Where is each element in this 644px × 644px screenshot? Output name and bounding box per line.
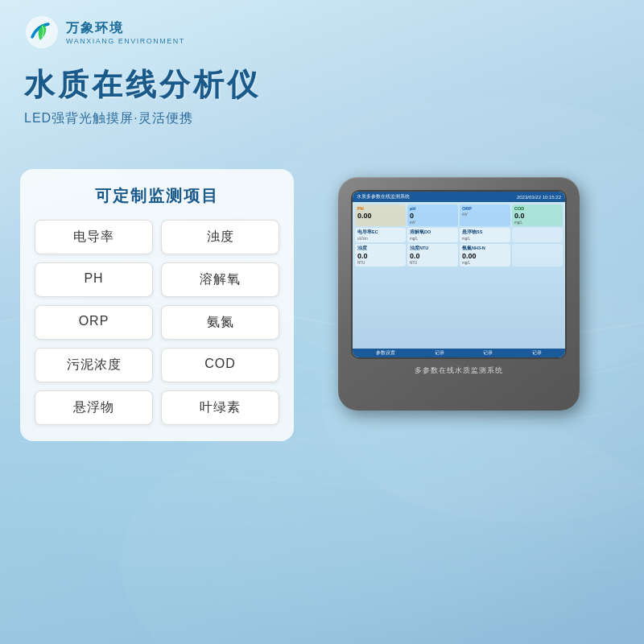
header: 万象环境 WANXIANG ENVIRONMENT 水质在线分析仪 LED强背光… — [0, 0, 644, 145]
brand-name-cn: 万象环境 — [66, 20, 185, 37]
footer-btn-record1[interactable]: 记录 — [435, 350, 444, 356]
device: 水质多参数在线监测系统 2023/03/22 10:15:22 PH 0.00 … — [338, 177, 580, 411]
param-row-3: 浊度 0.0 NTU 浊度NTU 0.0 NTU 氨氮NH3-N 0.00 — [353, 243, 565, 267]
param-turbidity-ntu: 浊度NTU 0.0 NTU — [407, 244, 458, 266]
item-diandaolv: 电导率 — [35, 220, 153, 254]
item-zhuodu: 浊度 — [161, 220, 279, 254]
brand-name-en: WANXIANG ENVIRONMENT — [66, 37, 185, 45]
item-cod: COD — [161, 348, 279, 382]
footer-btn-record2[interactable]: 记录 — [483, 350, 493, 356]
panel-title: 可定制监测项目 — [35, 185, 279, 207]
param-row-1: PH 0.00 pH 0 mV ORP mV — [353, 202, 565, 227]
sub-title: LED强背光触摸屏·灵活便携 — [24, 110, 193, 127]
main-content: 可定制监测项目 电导率 浊度 PH 溶解氧 ORP 氨氮 污泥浓度 COD 悬浮… — [0, 153, 644, 644]
screen-sys-title: 水质多参数在线监测系统 — [357, 193, 410, 200]
item-orp: ORP — [35, 305, 153, 340]
param-empty2 — [512, 244, 563, 266]
param-ph-mv: pH 0 mV — [407, 204, 458, 226]
logo-icon — [24, 14, 60, 50]
param-cod: COD 0.0 mg/L — [512, 204, 563, 226]
device-label: 多参数在线水质监测系统 — [351, 365, 567, 376]
param-ss: 悬浮物SS mg/L — [460, 228, 510, 242]
param-ec: 电导率EC uV/cm — [355, 228, 406, 242]
screen-content: 水质多参数在线监测系统 2023/03/22 10:15:22 PH 0.00 … — [353, 192, 565, 357]
item-rjieyang: 溶解氧 — [161, 262, 279, 297]
monitoring-panel: 可定制监测项目 电导率 浊度 PH 溶解氧 ORP 氨氮 污泥浓度 COD 悬浮… — [20, 169, 294, 441]
screen-footer: 参数设置 记录 记录 记录 — [353, 349, 565, 357]
param-ph: PH 0.00 — [355, 204, 406, 226]
footer-btn-settings[interactable]: 参数设置 — [376, 350, 395, 356]
item-ph: PH — [35, 262, 153, 297]
item-andan: 氨氮 — [161, 305, 279, 340]
param-turbidity: 浊度 0.0 NTU — [355, 244, 406, 266]
main-title: 水质在线分析仪 — [24, 64, 261, 105]
param-row-2: 电导率EC uV/cm 溶解氧DO mg/L 悬浮物SS mg/L — [353, 227, 565, 243]
screen-header: 水质多参数在线监测系统 2023/03/22 10:15:22 — [353, 192, 565, 202]
logo-text: 万象环境 WANXIANG ENVIRONMENT — [66, 20, 185, 45]
screen-spacer — [353, 267, 565, 349]
device-screen: 水质多参数在线监测系统 2023/03/22 10:15:22 PH 0.00 … — [351, 190, 567, 359]
param-ammonia: 氨氮NH3-N 0.00 mg/L — [460, 244, 510, 266]
items-grid: 电导率 浊度 PH 溶解氧 ORP 氨氮 污泥浓度 COD 悬浮物 叶绿素 — [35, 220, 279, 425]
screen-time: 2023/03/22 10:15:22 — [517, 195, 561, 200]
item-yelusu: 叶绿素 — [161, 390, 279, 425]
item-xuanfuwu: 悬浮物 — [35, 390, 153, 425]
footer-btn-record3[interactable]: 记录 — [532, 350, 542, 356]
device-area: 水质多参数在线监测系统 2023/03/22 10:15:22 PH 0.00 … — [294, 169, 624, 411]
param-empty1 — [512, 228, 563, 242]
param-orp: ORP mV — [460, 204, 510, 226]
item-wuninoidu: 污泥浓度 — [35, 348, 153, 382]
param-do: 溶解氧DO mg/L — [407, 228, 458, 242]
logo-area: 万象环境 WANXIANG ENVIRONMENT — [24, 14, 185, 50]
